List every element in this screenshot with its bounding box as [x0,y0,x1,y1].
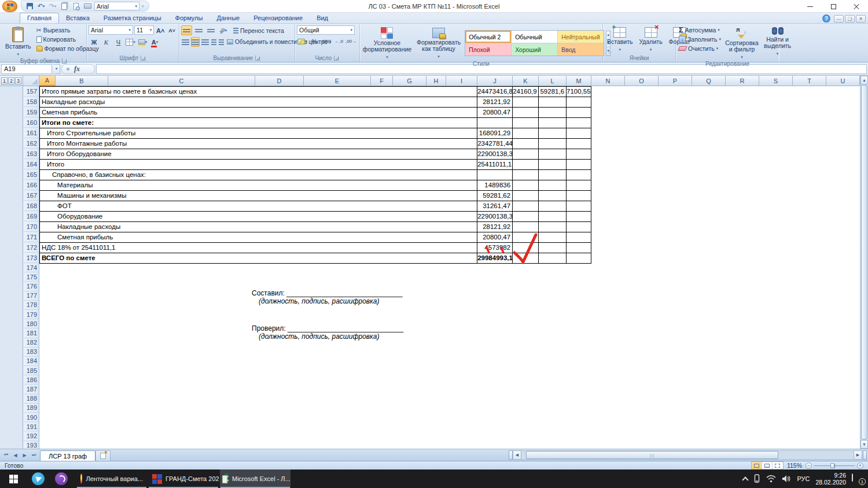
underline-button[interactable]: Ч [113,37,124,47]
cell-M162[interactable] [567,139,591,149]
clear-button[interactable]: Очистить▾ [678,44,722,53]
horizontal-scroll-thumb[interactable]: ||| [526,451,778,459]
cell-K160[interactable] [513,118,539,128]
font-family-combo[interactable]: Arial▾ [89,25,133,35]
row-header-163[interactable]: 163 [23,149,39,159]
redo-button[interactable]: ↷▾ [48,2,57,10]
cell-label-173[interactable]: ВСЕГО по смете [40,253,477,263]
italic-button[interactable]: К [101,37,112,47]
ribbon-tab-Рецензирование[interactable]: Рецензирование [247,13,310,23]
column-header-F[interactable]: F [371,76,393,86]
ribbon-tab-Вставка[interactable]: Вставка [59,13,97,23]
row-header-192[interactable]: 192 [23,431,39,441]
cell-L171[interactable] [539,232,567,242]
ribbon-tab-Разметка страницы[interactable]: Разметка страницы [97,13,168,23]
cell-label-171[interactable]: Сметная прибыль [40,232,477,242]
cell-M169[interactable] [567,212,591,221]
cell-J168[interactable]: 31261,47 [477,201,513,211]
cell-L161[interactable] [539,128,567,138]
cell-K172[interactable] [513,243,539,253]
row-header-168[interactable]: 168 [23,201,39,211]
cell-L160[interactable] [539,118,567,128]
tray-expand-icon[interactable] [742,476,749,483]
cell-K166[interactable] [513,180,539,190]
grow-font-button[interactable]: A˄ [155,25,165,35]
row-header-184[interactable]: 184 [23,357,39,366]
fill-color-button[interactable]: ▾ [137,37,148,47]
cell-M168[interactable] [567,201,591,211]
outline-level-2[interactable]: 2 [8,77,14,84]
office-button[interactable] [2,1,17,12]
increase-indent-button[interactable] [218,37,225,47]
cell-style-Обычный 2[interactable]: Обычный 2 [465,31,511,43]
row-header-177[interactable]: 177 [23,291,39,301]
cell-L163[interactable] [539,149,567,159]
cell-L172[interactable] [539,243,567,253]
taskbar-app-firefox[interactable]: Ленточный вариа... [76,469,147,488]
cell-L166[interactable] [539,180,567,190]
cell-K168[interactable] [513,201,539,211]
save-button[interactable] [25,2,34,10]
cell-K159[interactable] [513,108,539,117]
autosum-button[interactable]: ΣАвтосумма▾ [678,25,722,35]
cell-L159[interactable] [539,108,567,117]
cell-label-166[interactable]: Материалы [40,180,477,190]
conditional-formatting-button[interactable]: Условное форматирование▾ [362,25,413,61]
undo-button[interactable]: ↶▾ [36,2,46,10]
cell-L173[interactable] [539,253,567,263]
shrink-font-button[interactable]: A˅ [167,25,177,35]
cell-J161[interactable]: 168091,29 [477,128,513,138]
align-middle-button[interactable] [193,25,204,35]
zoom-in-button[interactable]: + [857,463,863,469]
hsplit-handle[interactable] [863,450,867,460]
print-button[interactable] [83,2,92,10]
cell-K161[interactable] [513,128,539,138]
column-header-Q[interactable]: Q [692,76,726,86]
cell-K162[interactable] [513,139,539,149]
cell-label-159[interactable]: Сметная прибыль [40,108,477,117]
font-color-button[interactable]: А▾ [149,37,160,47]
cell-label-161[interactable]: Итого Строительные работы [40,128,477,138]
row-header-173[interactable]: 173 [23,253,39,263]
ribbon-tab-Главная[interactable]: Главная [20,13,59,23]
increase-decimal-button[interactable]: ←,0 [333,36,344,46]
cell-J163[interactable]: 22900138,37 [477,149,513,159]
cell-label-160[interactable]: Итоги по смете: [40,118,477,128]
cell-K157[interactable]: 24160,9 [513,87,539,97]
row-header-158[interactable]: 158 [23,97,39,107]
name-box[interactable]: A19 [1,64,52,74]
column-header-E[interactable]: E [304,76,371,86]
cell-label-158[interactable]: Накладные расходы [40,97,477,107]
paste-button[interactable]: Вставить▾ [3,25,34,58]
tab-split-handle[interactable] [509,450,513,460]
cell-L167[interactable] [539,191,567,201]
language-indicator[interactable]: РУС [797,475,810,482]
cell-J170[interactable]: 28121,92 [477,222,513,232]
taskbar-viber-button[interactable] [50,469,73,488]
insert-cells-button[interactable]: Вставить▾ [605,25,635,53]
column-header-P[interactable]: P [659,76,692,86]
row-header-191[interactable]: 191 [23,422,39,431]
column-header-T[interactable]: T [793,76,826,86]
horizontal-scrollbar[interactable]: ◀ ||| ▶ [508,450,867,460]
cell-M167[interactable] [567,191,591,201]
cell-K171[interactable] [513,232,539,242]
last-sheet-button[interactable]: ⏭ [30,451,38,460]
borders-button[interactable]: ▾ [125,37,136,47]
cell-J167[interactable]: 59281,62 [477,191,513,201]
cell-style-Ввод[interactable]: Ввод [558,43,604,56]
align-center-button[interactable] [191,37,200,47]
cells-canvas[interactable]: Итого прямые затраты по смете в базисных… [39,86,860,449]
cell-style-Нейтральный[interactable]: Нейтральный [558,31,604,43]
qat-customize-button[interactable]: ▿ [142,4,144,9]
cell-style-Хороший[interactable]: Хороший [512,43,557,56]
vertical-scroll-thumb[interactable] [861,85,867,439]
row-header-174[interactable]: 174 [23,263,39,272]
row-header-172[interactable]: 172 [23,242,39,253]
cell-K158[interactable] [513,97,539,107]
name-box-dropdown[interactable]: ▾ [53,64,60,74]
cell-J166[interactable]: 1489836 [477,180,513,190]
cell-K165[interactable] [513,170,539,180]
percent-button[interactable]: % [309,36,320,46]
column-header-B[interactable]: B [56,76,108,86]
